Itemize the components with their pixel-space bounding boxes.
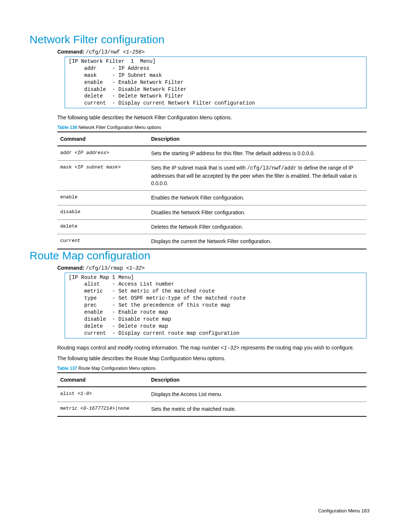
command-label: Command: xyxy=(57,49,84,55)
page: Network Filter configuration Command: /c… xyxy=(0,0,399,532)
cell-cmd: enable xyxy=(57,191,148,205)
cell-arg: <1-8> xyxy=(78,391,92,396)
table-row: enable Enables the Network Filter config… xyxy=(57,191,366,205)
table-network-filter: Command Description addr <IP address> Se… xyxy=(57,132,366,249)
th-command: Command xyxy=(57,373,148,387)
cell-arg: <IP address> xyxy=(75,150,109,156)
table-route-map: Command Description alist <1-8> Displays… xyxy=(57,372,366,417)
cell-desc: Displays the current the Network Filter … xyxy=(148,234,366,249)
table-caption-text: Route Map Configuration Menu options xyxy=(77,366,156,371)
command-label: Command: xyxy=(57,265,84,271)
cell-arg: <IP subnet mask> xyxy=(75,164,121,170)
cell-cmd: addr xyxy=(60,150,75,156)
table-caption-1: Table 136 Network Filter Configuration M… xyxy=(57,125,369,130)
command-arg: <1-32> xyxy=(126,265,144,271)
cell-desc: Sets the metric of the matched route. xyxy=(148,402,366,416)
intro-text-2b: The following table describes the Route … xyxy=(57,355,369,362)
table-caption-2: Table 137 Route Map Configuration Menu o… xyxy=(57,366,369,371)
cell-cmd: current xyxy=(57,234,148,249)
cell-desc: Disables the Network Filter configuratio… xyxy=(148,205,366,219)
table-caption-text: Network Filter Configuration Menu option… xyxy=(77,125,161,130)
heading-network-filter: Network Filter configuration xyxy=(30,33,369,46)
cell-cmd: metric xyxy=(60,406,81,411)
cell-cmd: mask xyxy=(60,164,75,170)
table-header-row: Command Description xyxy=(57,373,366,387)
terminal-output-2: [IP Route Map 1 Menu] alist - Access Lis… xyxy=(65,273,366,338)
cell-desc: Displays the Access List menu. xyxy=(148,387,366,402)
table-row: alist <1-8> Displays the Access List men… xyxy=(57,387,366,402)
table-row: metric <0-16777214>|none Sets the metric… xyxy=(57,402,366,416)
command-arg: <1-256> xyxy=(123,49,145,55)
cell-cmd: delete xyxy=(57,219,148,234)
cell-desc: Sets the IP subnet mask that is used wit… xyxy=(148,161,366,191)
command-line-2: Command: /cfg/l3/rmap <1-32> xyxy=(57,265,369,271)
heading-route-map: Route Map configuration xyxy=(30,249,369,262)
table-row: disable Disables the Network Filter conf… xyxy=(57,205,366,219)
cell-cmd-post: |none xyxy=(115,406,129,411)
command-path: /cfg/l3/nwf xyxy=(86,49,123,55)
table-row: current Displays the current the Network… xyxy=(57,234,366,249)
command-path: /cfg/l3/rmap xyxy=(86,265,126,271)
th-command: Command xyxy=(57,132,148,146)
th-description: Description xyxy=(148,373,366,387)
cell-cmd: disable xyxy=(57,205,148,219)
cell-desc: Sets the starting IP address for this fi… xyxy=(148,146,366,161)
table-caption-label: Table 137 xyxy=(57,366,77,371)
intro-text-2a: Routing maps control and modify routing … xyxy=(57,344,369,352)
intro-text-1: The following table describes the Networ… xyxy=(57,114,369,121)
cell-cmd: alist xyxy=(60,391,78,396)
table-row: addr <IP address> Sets the starting IP a… xyxy=(57,146,366,161)
th-description: Description xyxy=(148,132,366,146)
table-header-row: Command Description xyxy=(57,132,366,146)
cell-desc: Enables the Network Filter configuration… xyxy=(148,191,366,205)
page-footer: Configuration Menu 163 xyxy=(318,508,369,514)
cell-desc: Deletes the Network Filter configuration… xyxy=(148,219,366,234)
terminal-output-1: [IP Network Filter 1 Menu] addr - IP Add… xyxy=(65,57,366,108)
command-line-1: Command: /cfg/l3/nwf <1-256> xyxy=(57,49,369,55)
table-row: delete Deletes the Network Filter config… xyxy=(57,219,366,234)
cell-arg: <0-16777214> xyxy=(81,406,115,411)
table-row: mask <IP subnet mask> Sets the IP subnet… xyxy=(57,161,366,191)
table-caption-label: Table 136 xyxy=(57,125,77,130)
